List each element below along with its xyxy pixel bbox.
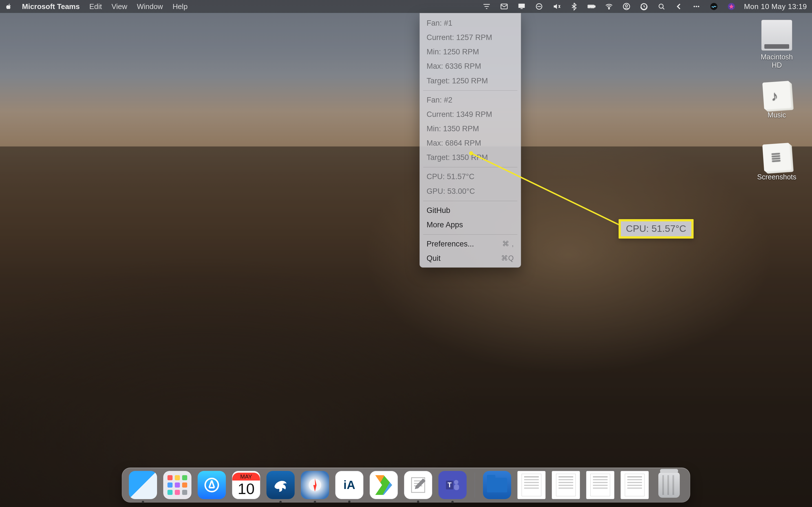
dock-microsoft-teams[interactable]: T <box>439 471 467 499</box>
svg-point-14 <box>698 6 699 7</box>
spotlight-search-icon[interactable] <box>657 0 666 13</box>
desktop-screenshots-folder[interactable]: Screenshots <box>756 144 798 181</box>
user-icon[interactable] <box>622 0 631 13</box>
dropdown-separator <box>423 167 517 167</box>
fan2-title: Fan: #2 <box>420 93 521 107</box>
dock-documents-folder[interactable] <box>483 471 511 499</box>
preferences-item[interactable]: Preferences... ⌘ , <box>420 237 521 251</box>
calendar-month: MAY <box>232 473 260 481</box>
fan2-min: Min: 1350 RPM <box>420 122 521 136</box>
bluetooth-icon[interactable] <box>569 0 579 13</box>
quit-item[interactable]: Quit ⌘Q <box>420 251 521 266</box>
desktop-label: Macintosh HD <box>756 53 798 69</box>
fan2-current: Current: 1349 RPM <box>420 107 521 122</box>
screenshots-folder-icon <box>762 143 791 172</box>
dock-app-store[interactable] <box>198 471 226 499</box>
cpu-temp-row: CPU: 51.57°C <box>420 170 521 184</box>
fan-control-dropdown: Fan: #1 Current: 1257 RPM Min: 1250 RPM … <box>419 13 521 268</box>
timemachine-icon[interactable] <box>639 0 649 13</box>
wallpaper-dune <box>0 147 812 507</box>
fan1-target: Target: 1250 RPM <box>420 74 521 88</box>
ia-writer-label: iA <box>343 478 355 492</box>
svg-text:T: T <box>448 482 452 489</box>
dock-k-app[interactable] <box>370 471 398 499</box>
dropdown-separator <box>423 234 517 235</box>
mail-icon[interactable] <box>499 0 509 13</box>
trash-icon <box>658 472 680 498</box>
fan2-max: Max: 6864 RPM <box>420 136 521 151</box>
fan1-title: Fan: #1 <box>420 16 521 31</box>
menu-view[interactable]: View <box>112 2 128 11</box>
app-status-icon[interactable] <box>726 0 736 13</box>
dropdown-separator <box>423 201 517 201</box>
dock-calendar[interactable]: MAY 10 <box>232 471 260 499</box>
dock-recent-file-3[interactable] <box>586 471 614 499</box>
k-icon <box>375 475 392 495</box>
back-chevron-icon[interactable] <box>674 0 684 13</box>
svg-point-18 <box>205 478 218 492</box>
svg-rect-6 <box>588 5 594 7</box>
annotation-text: CPU: 51.57°C <box>626 223 686 234</box>
svg-rect-2 <box>520 8 523 9</box>
siri-icon[interactable] <box>709 0 719 13</box>
svg-rect-5 <box>594 6 595 7</box>
dock-separator <box>474 472 475 498</box>
svg-rect-28 <box>454 484 459 490</box>
volume-muted-icon[interactable] <box>552 0 561 13</box>
battery-charging-icon[interactable] <box>587 0 596 13</box>
menubar: Microsoft Teams Edit View Window Help <box>0 0 812 13</box>
gpu-temp-row: GPU: 53.00°C <box>420 184 521 199</box>
quit-shortcut: ⌘Q <box>501 253 514 263</box>
do-not-disturb-icon[interactable] <box>534 0 544 13</box>
svg-rect-1 <box>518 4 525 8</box>
svg-point-27 <box>454 480 458 485</box>
annotation-dot <box>469 151 473 155</box>
overflow-icon[interactable] <box>692 0 701 13</box>
annotation-callout: CPU: 51.57°C <box>619 219 694 238</box>
fan1-max: Max: 6336 RPM <box>420 59 521 73</box>
menu-edit[interactable]: Edit <box>89 2 102 11</box>
apple-menu-icon[interactable] <box>5 3 12 10</box>
dock-ia-writer[interactable]: iA <box>335 471 363 499</box>
wifi-icon[interactable] <box>604 0 614 13</box>
document-icon <box>591 474 610 496</box>
dock-recent-file-1[interactable] <box>517 471 546 499</box>
fan1-current: Current: 1257 RPM <box>420 31 521 45</box>
document-icon <box>522 474 541 496</box>
dock-trash[interactable] <box>655 471 683 499</box>
fan-control-menubar-icon[interactable] <box>482 0 492 13</box>
folder-icon <box>487 478 507 492</box>
menu-window[interactable]: Window <box>137 2 163 11</box>
music-folder-icon <box>762 81 791 110</box>
fan1-min: Min: 1250 RPM <box>420 45 521 59</box>
svg-point-7 <box>608 8 610 9</box>
dock-recent-file-4[interactable] <box>620 471 649 499</box>
dock-safari[interactable] <box>301 471 329 499</box>
preferences-shortcut: ⌘ , <box>502 238 514 249</box>
dim-overlay <box>0 0 812 507</box>
svg-marker-20 <box>313 478 315 485</box>
github-link[interactable]: GitHub <box>420 203 521 218</box>
preferences-label: Preferences... <box>426 240 474 248</box>
dock-finder[interactable] <box>129 471 157 499</box>
quit-label: Quit <box>426 254 441 263</box>
launchpad-icon <box>167 475 187 495</box>
svg-point-13 <box>696 6 697 7</box>
menu-help[interactable]: Help <box>172 2 188 11</box>
desktop-label: Music <box>756 111 798 119</box>
desktop-music-folder[interactable]: Music <box>756 82 798 119</box>
document-icon <box>625 474 645 496</box>
svg-point-9 <box>625 5 627 7</box>
dock-launchpad[interactable] <box>163 471 192 499</box>
desktop-macintosh-hd[interactable]: Macintosh HD <box>756 20 798 69</box>
svg-point-11 <box>659 4 663 8</box>
active-app-name[interactable]: Microsoft Teams <box>22 2 80 11</box>
display-icon[interactable] <box>517 0 526 13</box>
dock-thunderbird[interactable] <box>266 471 295 499</box>
dock-textedit[interactable] <box>404 471 432 499</box>
dock-recent-file-2[interactable] <box>552 471 580 499</box>
more-apps-link[interactable]: More Apps <box>420 218 521 232</box>
menubar-clock[interactable]: Mon 10 May 13:19 <box>744 2 807 11</box>
dock: MAY 10 iA T <box>122 467 690 503</box>
hard-drive-icon <box>761 20 792 51</box>
